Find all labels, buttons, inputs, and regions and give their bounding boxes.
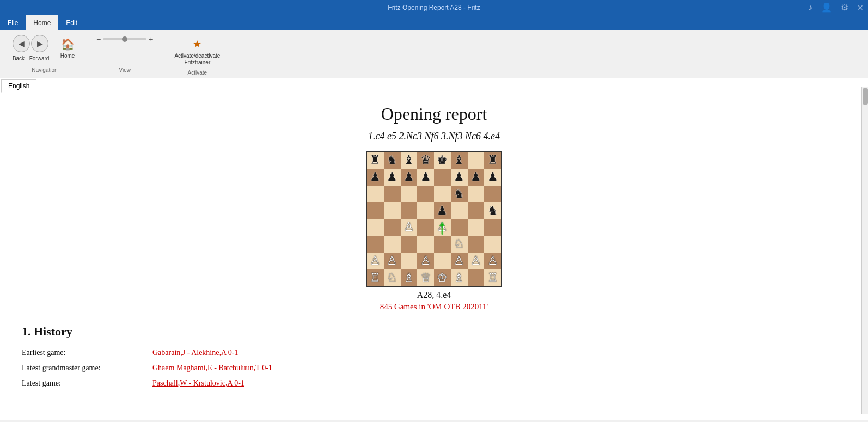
chess-square [384, 202, 401, 219]
chess-square: ♖ [367, 269, 384, 286]
earliest-label: Earliest game: [22, 345, 152, 360]
chess-square [367, 186, 384, 203]
chess-square: ♝ [401, 152, 418, 169]
chess-square [468, 236, 485, 253]
forward-label: Forward [28, 56, 50, 62]
latest-label: Latest game: [22, 376, 152, 391]
language-tab-english[interactable]: English [1, 79, 36, 93]
user-icon[interactable]: 👤 [821, 2, 832, 13]
chess-square [434, 253, 451, 270]
chess-square [468, 219, 485, 236]
close-icon[interactable]: ✕ [857, 3, 864, 12]
forward-button[interactable]: ▶ [31, 35, 48, 52]
chess-board: ♜♞♝♛♚♝♜♟♟♟♟♟♟♟♞♟♞♙♙♘♙♙♙♙♙♙♖♘♗♕♔♗♖ [366, 151, 502, 287]
view-group-label: View [119, 65, 131, 74]
slider-plus[interactable]: + [149, 35, 153, 44]
history-table: Earliest game: Gabarain,J - Alekhine,A 0… [22, 345, 846, 391]
chess-square: ♜ [367, 152, 384, 169]
chess-square: ♟ [484, 169, 501, 186]
chess-square: ♘ [451, 236, 468, 253]
chess-square: ♛ [417, 152, 434, 169]
earliest-game-row: Earliest game: Gabarain,J - Alekhine,A 0… [22, 345, 846, 360]
chess-square [484, 186, 501, 203]
chess-square [434, 236, 451, 253]
chess-square: ♙ [434, 219, 451, 236]
chess-square: ♟ [451, 169, 468, 186]
activate-icon: ★ [190, 36, 205, 52]
scrollbar[interactable] [861, 87, 868, 414]
earliest-link[interactable]: Gabarain,J - Alekhine,A 0-1 [152, 345, 238, 360]
home-icon: 🏠 [60, 36, 75, 52]
chess-square [384, 186, 401, 203]
chess-square: ♟ [434, 202, 451, 219]
chess-square: ♟ [468, 169, 485, 186]
menu-file[interactable]: File [0, 15, 26, 30]
chess-square [451, 219, 468, 236]
latest-gm-label: Latest grandmaster game: [22, 360, 152, 376]
chess-square: ♙ [367, 253, 384, 270]
chess-square [417, 219, 434, 236]
opening-moves: 1.c4 e5 2.Nc3 Nf6 3.Nf3 Nc6 4.e4 [22, 131, 846, 142]
back-button[interactable]: ◀ [13, 35, 30, 52]
chess-square [417, 202, 434, 219]
chess-square: ♗ [451, 269, 468, 286]
chess-square [384, 219, 401, 236]
chess-square: ♕ [417, 269, 434, 286]
chess-square: ♜ [484, 152, 501, 169]
latest-link[interactable]: Paschall,W - Krstulovic,A 0-1 [152, 376, 244, 391]
slider-minus[interactable]: − [96, 35, 101, 44]
chess-square [367, 202, 384, 219]
chess-square [468, 152, 485, 169]
scroll-thumb[interactable] [863, 88, 868, 105]
chess-square [468, 202, 485, 219]
activate-button[interactable]: ★ Activate/deactivateFritztrainer [171, 35, 223, 68]
games-link[interactable]: 845 Games in 'OM OTB 202011' [380, 302, 488, 311]
back-label: Back [11, 56, 26, 62]
latest-gm-row: Latest grandmaster game: Ghaem Maghami,E… [22, 360, 846, 376]
board-caption: A28, 4.e4 [417, 290, 451, 300]
activate-group-label: Activate [188, 68, 207, 77]
chess-square [401, 202, 418, 219]
activate-label: Activate/deactivateFritztrainer [174, 53, 220, 66]
chess-square: ♙ [384, 253, 401, 270]
chess-square: ♖ [484, 269, 501, 286]
chess-square: ♙ [484, 253, 501, 270]
section-history: 1. History [22, 325, 846, 339]
chess-board-container: ♜♞♝♛♚♝♜♟♟♟♟♟♟♟♞♟♞♙♙♘♙♙♙♙♙♙♖♘♗♕♔♗♖ A28, 4… [22, 151, 846, 311]
chess-square [401, 186, 418, 203]
menu-home[interactable]: Home [26, 15, 58, 30]
chess-square [401, 253, 418, 270]
chess-square [484, 219, 501, 236]
chess-square [367, 236, 384, 253]
chess-square [417, 236, 434, 253]
chess-square [417, 186, 434, 203]
chess-square: ♘ [384, 269, 401, 286]
home-button[interactable]: 🏠 Home [57, 35, 78, 60]
chess-square: ♙ [401, 219, 418, 236]
chess-square: ♞ [384, 152, 401, 169]
chess-square: ♞ [451, 186, 468, 203]
chess-square: ♟ [384, 169, 401, 186]
volume-icon[interactable]: ♪ [808, 3, 812, 13]
chess-square [367, 219, 384, 236]
chess-square [434, 169, 451, 186]
chess-square: ♟ [401, 169, 418, 186]
menu-edit[interactable]: Edit [58, 15, 85, 30]
latest-gm-link[interactable]: Ghaem Maghami,E - Batchuluun,T 0-1 [152, 360, 272, 376]
chess-square [401, 236, 418, 253]
chess-square: ♙ [468, 253, 485, 270]
settings-icon[interactable]: ⚙ [841, 2, 848, 13]
chess-square: ♗ [401, 269, 418, 286]
chess-square [451, 202, 468, 219]
chess-square: ♞ [484, 202, 501, 219]
window-title: Fritz Opening Report A28 - Fritz [388, 4, 480, 11]
chess-square: ♙ [451, 253, 468, 270]
chess-square: ♝ [451, 152, 468, 169]
latest-game-row: Latest game: Paschall,W - Krstulovic,A 0… [22, 376, 846, 391]
move-arrow-head [439, 222, 445, 226]
chess-square [468, 269, 485, 286]
chess-square [468, 186, 485, 203]
chess-square [384, 236, 401, 253]
home-label: Home [60, 53, 75, 59]
chess-square [484, 236, 501, 253]
